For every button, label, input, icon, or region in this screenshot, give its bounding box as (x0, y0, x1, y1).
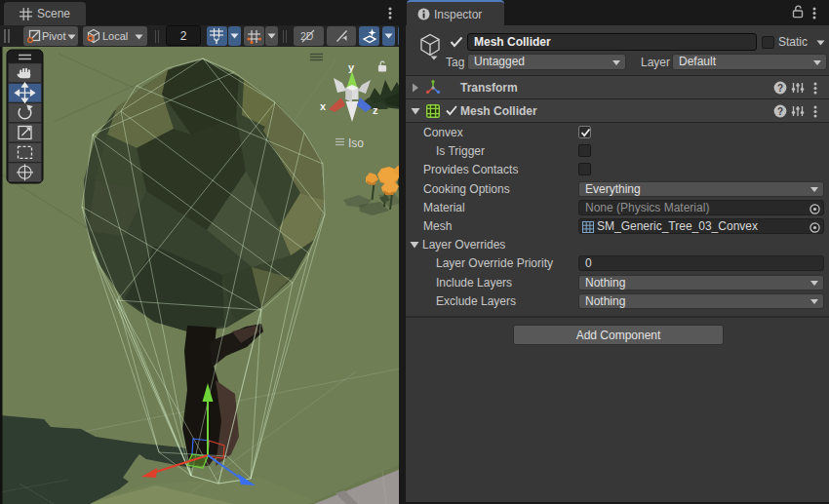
svg-text:?: ? (777, 83, 783, 94)
svg-text:?: ? (777, 106, 783, 117)
svg-text:y: y (348, 61, 355, 73)
svg-text:Iso: Iso (348, 136, 364, 150)
svg-text:x: x (320, 100, 327, 112)
svg-text:z: z (373, 104, 378, 116)
